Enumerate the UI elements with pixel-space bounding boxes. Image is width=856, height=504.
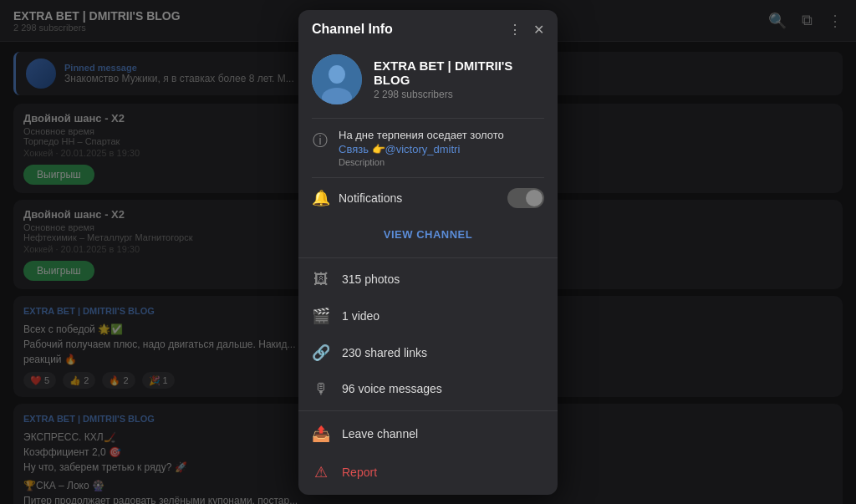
voice-label: 96 voice messages xyxy=(342,382,442,395)
notifications-label: Notifications xyxy=(339,191,497,205)
profile-subs: 2 298 subscribers xyxy=(374,89,544,100)
media-row-video[interactable]: 🎬 1 video xyxy=(298,298,558,334)
links-icon: 🔗 xyxy=(312,344,330,362)
report-label: Report xyxy=(342,466,377,479)
modal-header-icons: ⋮ ✕ xyxy=(508,22,544,38)
profile-name: EXTRA BET | DMITRII'S BLOG xyxy=(374,59,544,87)
video-label: 1 video xyxy=(342,309,380,323)
info-section-desc: ⓘ На дне терпения оседает золото Связь 👉… xyxy=(298,119,558,177)
modal-header: Channel Info ⋮ ✕ xyxy=(298,10,558,46)
links-label: 230 shared links xyxy=(342,346,427,359)
media-row-photos[interactable]: 🖼 315 photos xyxy=(298,262,558,298)
modal-profile: EXTRA BET | DMITRII'S BLOG 2 298 subscri… xyxy=(298,46,558,118)
leave-icon: 📤 xyxy=(312,425,330,443)
bell-icon: 🔔 xyxy=(312,189,329,207)
notifications-row: 🔔 Notifications xyxy=(298,178,558,218)
report-row[interactable]: ⚠ Report xyxy=(298,453,558,491)
video-icon: 🎬 xyxy=(312,307,330,325)
contact-text[interactable]: Связь 👉@victory_dmitri xyxy=(339,143,544,155)
modal-more-icon[interactable]: ⋮ xyxy=(508,22,522,38)
profile-avatar xyxy=(312,54,362,104)
media-section: 🖼 315 photos 🎬 1 video 🔗 230 shared link… xyxy=(298,257,558,410)
voice-icon: 🎙 xyxy=(312,380,330,398)
toggle-knob xyxy=(526,190,543,206)
info-content: На дне терпения оседает золото Связь 👉@v… xyxy=(339,129,544,167)
photos-icon: 🖼 xyxy=(312,271,330,288)
report-icon: ⚠ xyxy=(312,463,330,481)
description-label: Description xyxy=(339,157,544,167)
channel-info-modal: Channel Info ⋮ ✕ EXTRA BET | DMITRII'S B… xyxy=(298,10,558,495)
modal-title: Channel Info xyxy=(312,22,393,37)
view-channel-button[interactable]: VIEW CHANNEL xyxy=(312,221,544,247)
svg-point-1 xyxy=(329,65,345,84)
info-icon: ⓘ xyxy=(312,130,329,150)
leave-label: Leave channel xyxy=(342,427,418,440)
profile-info: EXTRA BET | DMITRII'S BLOG 2 298 subscri… xyxy=(374,59,544,100)
actions-section: 📤 Leave channel ⚠ Report xyxy=(298,410,558,495)
modal-close-icon[interactable]: ✕ xyxy=(533,22,544,38)
photos-label: 315 photos xyxy=(342,272,400,286)
media-row-links[interactable]: 🔗 230 shared links xyxy=(298,334,558,371)
media-row-voice[interactable]: 🎙 96 voice messages xyxy=(298,371,558,407)
description-line1: На дне терпения оседает золото xyxy=(339,129,544,141)
notifications-toggle[interactable] xyxy=(507,188,544,208)
leave-channel-row[interactable]: 📤 Leave channel xyxy=(298,415,558,453)
